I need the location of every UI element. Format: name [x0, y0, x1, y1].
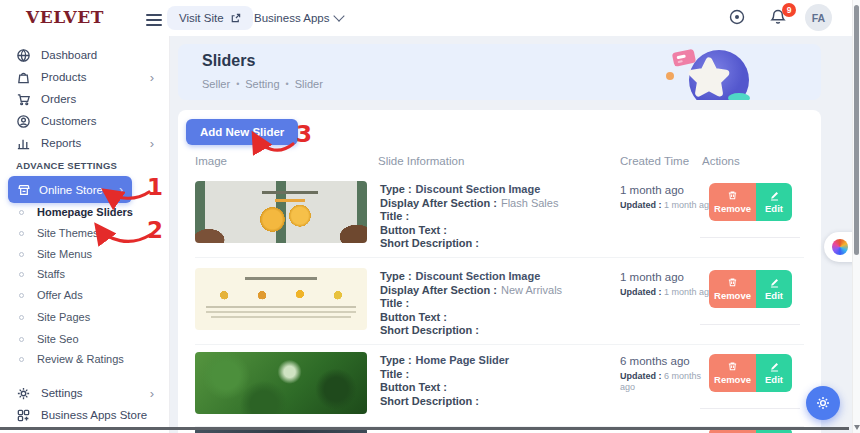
- scrollbar-thumb[interactable]: [854, 5, 859, 255]
- field-value: Home Page Slider: [416, 354, 510, 366]
- scrollbar-down-arrow[interactable]: [854, 425, 860, 430]
- sidebar-item-settings[interactable]: Settings ›: [0, 382, 170, 404]
- sidebar-subitem-label: Site Pages: [37, 311, 90, 323]
- hamburger-menu-icon[interactable]: [146, 11, 162, 25]
- edit-label: Edit: [765, 374, 783, 385]
- floating-settings-button[interactable]: [806, 386, 840, 420]
- chevron-right-icon: ›: [150, 137, 154, 150]
- sidebar-item-dashboard[interactable]: Dashboard: [0, 44, 170, 66]
- avatar[interactable]: FA: [805, 4, 832, 31]
- sidebar-subitem-homepage-sliders[interactable]: Homepage Sliders: [0, 204, 170, 220]
- field-label: Title :: [380, 297, 409, 309]
- breadcrumb-item: Seller: [202, 78, 230, 90]
- field-label: Display After Section :: [380, 197, 497, 209]
- bullet-icon: [19, 252, 24, 257]
- bullet-icon: [19, 315, 24, 320]
- chevron-right-icon: ›: [119, 183, 123, 197]
- pencil-icon: [769, 277, 780, 288]
- slider-thumbnail-infographic: [195, 268, 367, 330]
- breadcrumb: Seller • Setting • Slider: [202, 78, 323, 90]
- breadcrumb-separator: •: [286, 79, 289, 89]
- breadcrumb-separator: •: [236, 79, 239, 89]
- breadcrumb-item: Slider: [295, 78, 323, 90]
- person-icon: [16, 114, 31, 129]
- pos-target-icon[interactable]: [727, 8, 747, 28]
- sidebar-subitem-label: Review & Ratings: [37, 353, 124, 365]
- updated-label: Updated :: [620, 371, 662, 381]
- vertical-scrollbar[interactable]: [852, 0, 860, 433]
- sidebar-subitem-site-menus[interactable]: Site Menus: [0, 246, 170, 262]
- business-apps-label: Business Apps: [254, 12, 329, 24]
- edit-button[interactable]: Edit: [756, 183, 792, 221]
- field-value: Discount Section Image: [416, 183, 541, 195]
- breadcrumb-item: Setting: [245, 78, 279, 90]
- sidebar-subitem-site-seo[interactable]: Site Seo: [0, 331, 170, 347]
- sidebar-item-online-store[interactable]: Online Store ›: [8, 176, 132, 203]
- sidebar-item-customers[interactable]: Customers: [0, 110, 170, 132]
- bullet-icon: [19, 337, 24, 342]
- field-label: Display After Section :: [380, 284, 497, 296]
- sidebar-subitem-site-pages[interactable]: Site Pages: [0, 309, 170, 325]
- updated-value: 1 month ago: [664, 287, 714, 297]
- updated-label: Updated :: [620, 287, 662, 297]
- sidebar-section-label: ADVANCE SETTINGS: [16, 160, 117, 171]
- sidebar-item-label: Online Store: [39, 184, 103, 196]
- gear-icon: [815, 395, 831, 411]
- sidebar-item-label: Products: [41, 71, 86, 83]
- business-apps-dropdown[interactable]: Business Apps: [248, 6, 349, 30]
- remove-button[interactable]: Remove: [709, 270, 756, 308]
- field-label: Title :: [380, 368, 409, 380]
- created-ago: 1 month ago: [620, 271, 712, 283]
- remove-button[interactable]: Remove: [709, 183, 756, 221]
- field-label: Type :: [380, 354, 412, 366]
- edit-button[interactable]: Edit: [756, 354, 792, 392]
- edit-button[interactable]: Edit: [756, 270, 792, 308]
- remove-label: Remove: [714, 290, 751, 301]
- notification-badge: 9: [782, 3, 796, 17]
- slide-information: Type :Discount Section Image Display Aft…: [380, 270, 562, 338]
- chevron-right-icon: ›: [150, 71, 154, 84]
- sidebar-subitem-label: Site Menus: [37, 248, 92, 260]
- created-ago: 6 months ago: [620, 355, 712, 367]
- sidebar-subitem-label: Homepage Sliders: [37, 206, 133, 218]
- trash-icon: [727, 190, 738, 201]
- sidebar-item-business-apps-store[interactable]: Business Apps Store: [0, 404, 170, 426]
- window-bottom-edge: [0, 427, 849, 430]
- store-icon: [17, 183, 31, 197]
- sidebar-item-label: Customers: [41, 115, 97, 127]
- sidebar-subitem-offer-ads[interactable]: Offer Ads: [0, 287, 170, 303]
- sidebar-item-label: Settings: [41, 387, 83, 399]
- sidebar-item-products[interactable]: Products ›: [0, 66, 170, 88]
- edit-label: Edit: [765, 290, 783, 301]
- sidebar-subitem-site-themes[interactable]: Site Themes: [0, 225, 170, 241]
- pencil-icon: [769, 361, 780, 372]
- column-header-created-time: Created Time: [620, 155, 689, 167]
- field-value: Discount Section Image: [416, 270, 541, 282]
- logo[interactable]: VELVET: [26, 7, 104, 27]
- sidebar-item-label: Reports: [41, 137, 81, 149]
- remove-button[interactable]: Remove: [709, 354, 756, 392]
- table-row: Type :Home Page Slider Title : Button Te…: [178, 352, 821, 433]
- slide-information: Type :Discount Section Image Display Aft…: [380, 183, 558, 251]
- remove-label: Remove: [714, 203, 751, 214]
- sidebar: Dashboard Products › Orders Customers Re…: [0, 0, 170, 433]
- visit-site-label: Visit Site: [179, 12, 224, 24]
- sidebar-subitem-review-ratings[interactable]: Review & Ratings: [0, 351, 170, 367]
- gear-icon: [16, 386, 31, 401]
- slider-thumbnail-forest: [195, 352, 367, 414]
- add-new-slider-button[interactable]: Add New Slider: [186, 119, 298, 145]
- sidebar-subitem-label: Staffs: [37, 268, 65, 280]
- sidebar-item-orders[interactable]: Orders: [0, 88, 170, 110]
- chevron-right-icon: ›: [150, 387, 154, 400]
- slider-thumbnail-tea-toast: [195, 181, 367, 243]
- visit-site-button[interactable]: Visit Site: [167, 6, 253, 30]
- sidebar-subitem-staffs[interactable]: Staffs: [0, 266, 170, 282]
- bullet-icon: [19, 293, 24, 298]
- sidebar-item-label: Orders: [41, 93, 76, 105]
- sidebar-item-reports[interactable]: Reports ›: [0, 132, 170, 154]
- column-header-image: Image: [195, 155, 227, 167]
- globe-icon: [16, 48, 31, 63]
- created-time-cell: 1 month ago Updated : 1 month ago: [620, 184, 712, 211]
- row-divider: [195, 344, 804, 345]
- page-title: Sliders: [202, 52, 255, 70]
